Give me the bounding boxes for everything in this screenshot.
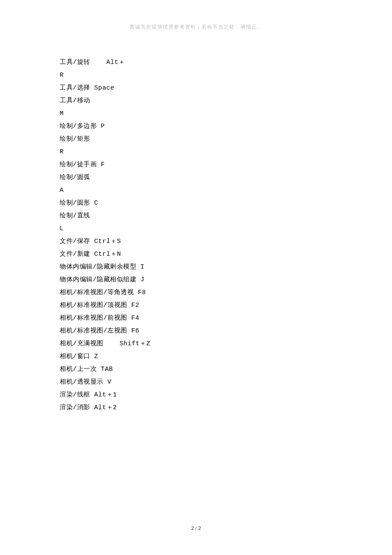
text-line: 物体内编辑/隐藏剩余模型 I	[60, 261, 332, 274]
text-line: 渲染/线框 Alt＋1	[60, 389, 332, 402]
document-page: 真诚为您提供优质参考资料，若有不当之处，请指正。 工具/旋转 Alt＋R工具/选…	[0, 0, 392, 555]
text-line: R	[60, 69, 332, 82]
text-line: 渲染/消影 Alt＋2	[60, 402, 332, 414]
text-line: 绘制/直线	[60, 210, 332, 223]
text-line: 相机/标准视图/左视图 F6	[60, 325, 332, 338]
page-header: 真诚为您提供优质参考资料，若有不当之处，请指正。	[60, 23, 332, 31]
text-line: M	[60, 107, 332, 120]
text-line: 绘制/多边形 P	[60, 120, 332, 133]
text-line: L	[60, 223, 332, 235]
text-line: 相机/窗口 Z	[60, 350, 332, 363]
text-line: 相机/标准视图/顶视图 F2	[60, 299, 332, 312]
text-line: 绘制/圆弧	[60, 171, 332, 184]
document-content: 工具/旋转 Alt＋R工具/选择 Space工具/移动M绘制/多边形 P绘制/矩…	[60, 56, 332, 414]
text-line: 相机/标准视图/等角透视 F8	[60, 286, 332, 299]
text-line: 工具/旋转 Alt＋	[60, 56, 332, 69]
text-line: 工具/选择 Space	[60, 82, 332, 95]
text-line: 相机/透视显示 V	[60, 376, 332, 389]
text-line: A	[60, 184, 332, 197]
text-line: 相机/上一次 TAB	[60, 363, 332, 376]
text-line: 绘制/矩形	[60, 133, 332, 146]
text-line: 文件/新建 Ctrl＋N	[60, 248, 332, 261]
text-line: 绘制/徒手画 F	[60, 159, 332, 171]
text-line: 相机/标准视图/前视图 F4	[60, 312, 332, 325]
text-line: 工具/移动	[60, 95, 332, 107]
text-line: 绘制/圆形 C	[60, 197, 332, 210]
text-line: 文件/保存 Ctrl＋S	[60, 235, 332, 248]
page-number: 2 / 2	[0, 525, 392, 532]
text-line: 物体内编辑/隐藏相似组建 J	[60, 274, 332, 286]
text-line: 相机/充满视图 Shift＋Z	[60, 338, 332, 350]
text-line: R	[60, 146, 332, 159]
